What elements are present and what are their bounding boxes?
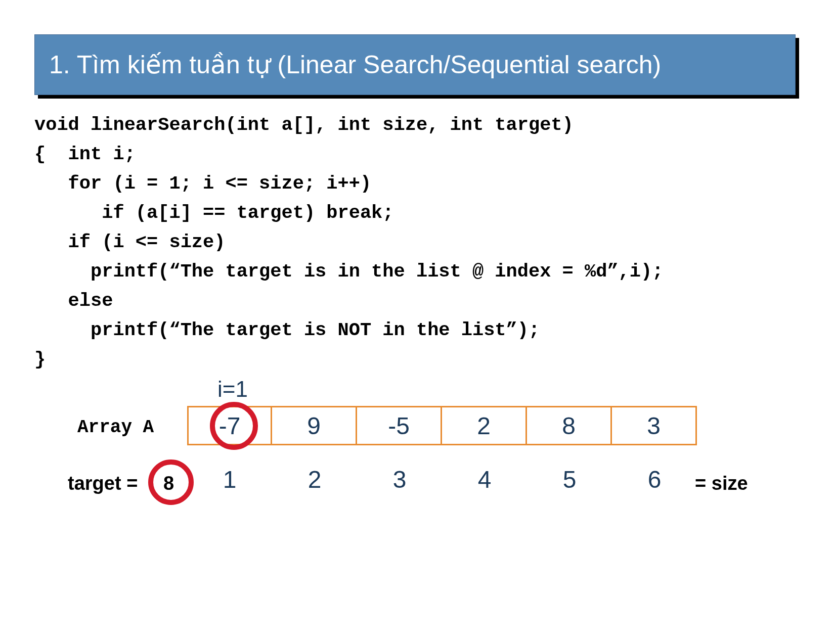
highlight-circle-icon (148, 459, 194, 505)
code-line-8: printf(“The target is NOT in the list”); (34, 319, 540, 341)
array-diagram: i=1 Array A target = 8 -7 9 -5 2 8 3 1 2… (34, 377, 803, 538)
index-label: 5 (527, 466, 612, 493)
index-label: 3 (357, 466, 442, 493)
array-cell: 3 (612, 406, 697, 445)
title-bar: 1. Tìm kiếm tuần tự (Linear Search/Seque… (34, 34, 796, 95)
index-row: 1 2 3 4 5 6 (187, 466, 697, 493)
array-cell: 8 (527, 406, 612, 445)
code-line-9: } (34, 349, 46, 370)
slide-title: 1. Tìm kiếm tuần tự (Linear Search/Seque… (49, 50, 661, 79)
code-line-2: { int i; (34, 144, 136, 165)
array-label: Array A (77, 417, 154, 438)
highlight-circle-icon (210, 402, 258, 450)
size-label: = size (695, 473, 748, 494)
array-cell: 9 (272, 406, 357, 445)
index-label: 6 (612, 466, 697, 493)
index-label: 4 (442, 466, 527, 493)
index-label: 2 (272, 466, 357, 493)
code-line-1: void linearSearch(int a[], int size, int… (34, 114, 574, 135)
code-block: void linearSearch(int a[], int size, int… (34, 110, 663, 374)
code-line-4: if (a[i] == target) break; (34, 202, 394, 223)
code-line-5: if (i <= size) (34, 232, 225, 253)
code-line-6: printf(“The target is in the list @ inde… (34, 261, 663, 282)
array-row: -7 9 -5 2 8 3 (187, 406, 697, 445)
code-line-7: else (34, 290, 113, 311)
index-label: 1 (187, 466, 272, 493)
array-cell: -5 (357, 406, 442, 445)
code-line-3: for (i = 1; i <= size; i++) (34, 173, 371, 194)
array-cell: 2 (442, 406, 527, 445)
i-pointer-label: i=1 (217, 377, 248, 402)
target-label: target = (68, 473, 138, 494)
